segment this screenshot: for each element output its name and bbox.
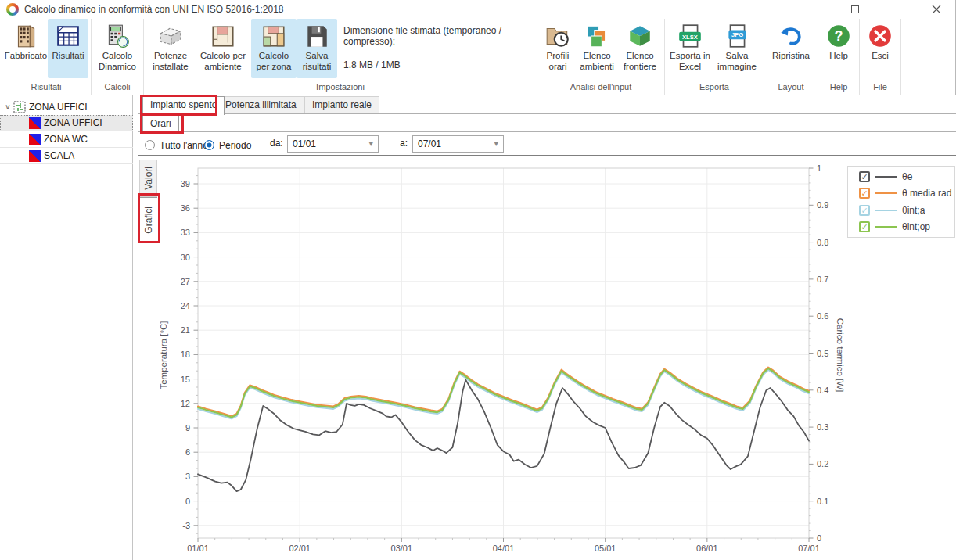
help-button[interactable]: ? Help (821, 19, 857, 78)
ripristina-button[interactable]: Ripristina (767, 19, 815, 78)
svg-text:30: 30 (181, 253, 190, 262)
svg-text:?: ? (834, 28, 843, 44)
svg-text:Temperatura [°C]: Temperatura [°C] (159, 321, 168, 389)
calcolo-dinamico-button[interactable]: Calcolo Dinamico (94, 19, 141, 78)
legend-row-tint-op: ✓ θint;op (859, 221, 954, 234)
cube-icon (627, 23, 653, 49)
svg-text:39: 39 (181, 179, 190, 188)
da-combobox[interactable]: 01/01 ▾ (287, 135, 379, 153)
calcolo-per-ambiente-button[interactable]: Calcolo per ambiente (195, 19, 251, 78)
xlsx-icon: XLSX (677, 23, 703, 49)
group-caption-help: Help (821, 81, 857, 95)
fabbricato-button[interactable]: Fabbricato (4, 19, 48, 78)
svg-text:02/01: 02/01 (289, 544, 311, 553)
legend-row-tint-a: ✓ θint;a (859, 203, 954, 217)
period-bar: Tutto l'anno Periodo da: 01/01 ▾ a: 07/0… (138, 132, 956, 155)
file-size-value: 1.8 MB / 1MB (343, 59, 527, 70)
group-caption-calcoli: Calcoli (94, 81, 141, 95)
maximize-button[interactable] (843, 0, 868, 19)
group-caption-impostazioni: Impostazioni (146, 81, 534, 95)
zone-color-icon (29, 117, 41, 129)
svg-text:0.2: 0.2 (817, 459, 828, 468)
ribbon-group-help: ? Help Help (818, 19, 860, 95)
tree-item-zona-uffici[interactable]: ZONA UFFICI (0, 115, 133, 131)
svg-text:36: 36 (181, 203, 190, 213)
svg-text:-3: -3 (182, 521, 190, 530)
group-caption-analisi: Analisi dell'input (540, 81, 662, 95)
radio-periodo[interactable]: Periodo (204, 138, 251, 152)
tab-impianto-spento[interactable]: Impianto spento (142, 96, 225, 115)
series-line-sample (875, 210, 897, 211)
tree-expander-icon[interactable]: ∨ (2, 102, 13, 111)
zone-plan-icon (13, 101, 26, 113)
radio-tutto-anno[interactable]: Tutto l'anno (145, 138, 208, 152)
svg-text:01/01: 01/01 (187, 544, 209, 553)
floorplan-room-icon (210, 23, 236, 49)
salva-immagine-button[interactable]: JPG Salva immagine (713, 19, 761, 78)
app-window: Calcolo dinamico in conformità con UNI E… (0, 0, 956, 560)
help-icon: ? (825, 23, 852, 49)
close-button[interactable] (924, 0, 949, 19)
svg-text:0.3: 0.3 (817, 422, 828, 432)
svg-text:0: 0 (185, 497, 190, 506)
tab-impianto-reale[interactable]: Impianto reale (304, 96, 379, 113)
svg-text:24: 24 (181, 301, 190, 311)
floppy-disk-icon (304, 23, 330, 49)
svg-text:0: 0 (817, 533, 821, 543)
jpg-icon: JPG (724, 23, 750, 49)
file-size-info: Dimensione file stimata (temporaneo / co… (337, 19, 534, 70)
series-checkbox[interactable]: ✓ (859, 171, 870, 182)
a-combobox[interactable]: 07/01 ▾ (412, 135, 504, 153)
table-icon (55, 23, 81, 49)
svg-text:03/01: 03/01 (391, 544, 413, 553)
series-checkbox[interactable]: ✓ (859, 221, 870, 232)
salva-risultati-button[interactable]: Salva risultati (297, 19, 337, 78)
svg-text:XLSX: XLSX (682, 34, 699, 41)
svg-text:9: 9 (185, 423, 190, 433)
tree-root-zona-uffici[interactable]: ∨ ZONA UFFICI (0, 99, 133, 115)
tree-item-label: ZONA UFFICI (44, 117, 102, 128)
calculator-icon (104, 23, 131, 49)
da-label: da: (270, 138, 283, 149)
esci-button[interactable]: Esci (862, 19, 898, 78)
tree-item-scala[interactable]: SCALA (0, 148, 133, 164)
svg-text:07/01: 07/01 (798, 544, 820, 553)
tabrow1-baseline (138, 113, 956, 114)
svg-text:Carico termico [W]: Carico termico [W] (836, 318, 845, 393)
elenco-ambienti-button[interactable]: Elenco ambienti (576, 19, 618, 78)
svg-text:3: 3 (185, 472, 190, 481)
chart-plot[interactable]: -303691215182124273033363900.10.20.30.40… (138, 157, 956, 560)
elenco-frontiere-button[interactable]: Elenco frontiere (618, 19, 662, 78)
potenze-installate-button[interactable]: Potenze installate (146, 19, 195, 78)
svg-text:1: 1 (817, 163, 821, 173)
series-checkbox[interactable]: ✓ (859, 188, 870, 199)
tree-item-zona-wc[interactable]: ZONA WC (0, 131, 133, 148)
building-icon (13, 23, 39, 49)
ribbon-group-esporta: XLSX Esporta in Excel JPG Salva immagine… (665, 19, 764, 95)
radio-checked-icon[interactable] (204, 140, 214, 150)
side-tab-grafici[interactable]: Grafici (139, 197, 157, 243)
tab-orari[interactable]: Orari (142, 115, 179, 132)
calcolo-per-zona-button[interactable]: Calcolo per zona (251, 19, 297, 78)
series-checkbox[interactable]: ✓ (859, 205, 870, 216)
workspace: ∨ ZONA UFFICI ZONA UFFICI ZONA WC SCALA (0, 95, 956, 560)
radio-icon[interactable] (145, 140, 155, 150)
esporta-excel-button[interactable]: XLSX Esporta in Excel (667, 19, 713, 78)
tab-potenza-illimitata[interactable]: Potenza illimitata (217, 96, 304, 113)
floorplan-zones-icon (261, 23, 287, 49)
a-label: a: (400, 138, 408, 149)
svg-text:33: 33 (181, 228, 190, 237)
ribbon-group-layout: Ripristina Layout (764, 19, 818, 95)
ribbon-group-file: Esci File (860, 19, 901, 95)
section-divider (138, 155, 956, 156)
svg-text:15: 15 (181, 375, 190, 384)
file-size-caption: Dimensione file stimata (temporaneo / co… (343, 25, 527, 47)
profili-orari-button[interactable]: Profili orari (540, 19, 576, 78)
maximize-icon (851, 5, 859, 13)
svg-text:0.6: 0.6 (817, 311, 828, 321)
zone-tree-panel: ∨ ZONA UFFICI ZONA UFFICI ZONA WC SCALA (0, 95, 133, 560)
group-caption-file: File (862, 81, 898, 95)
risultati-button[interactable]: Risultati (48, 19, 88, 78)
legend-row-the: ✓ θe (859, 170, 954, 183)
layered-squares-icon (584, 23, 610, 49)
